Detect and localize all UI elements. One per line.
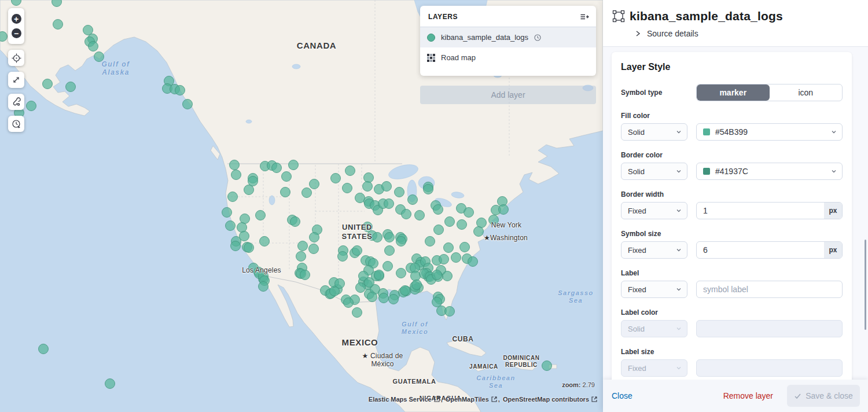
data-point[interactable] — [94, 52, 104, 62]
data-point[interactable] — [457, 220, 467, 230]
data-point[interactable] — [228, 192, 238, 202]
data-point[interactable] — [395, 187, 404, 197]
data-point[interactable] — [352, 308, 362, 318]
fill-color-picker[interactable]: #54B399 — [696, 123, 843, 141]
data-point[interactable] — [183, 100, 193, 109]
data-point[interactable] — [400, 286, 410, 296]
data-point[interactable] — [468, 257, 478, 267]
layer-row-road-map[interactable]: Road map — [420, 47, 596, 68]
data-point[interactable] — [396, 268, 406, 278]
data-point[interactable] — [412, 280, 422, 290]
data-point[interactable] — [389, 295, 399, 304]
data-point[interactable] — [382, 182, 392, 192]
data-point[interactable] — [355, 193, 365, 203]
data-point[interactable] — [231, 170, 241, 180]
border-width-input[interactable] — [697, 203, 824, 219]
tools-button[interactable] — [8, 94, 24, 110]
timeslider-button[interactable] — [8, 116, 24, 132]
data-point[interactable] — [542, 361, 552, 371]
data-point[interactable] — [331, 174, 341, 183]
data-point[interactable] — [408, 195, 418, 205]
data-point[interactable] — [0, 32, 8, 42]
data-point[interactable] — [244, 243, 254, 253]
data-point[interactable] — [444, 243, 454, 253]
data-point[interactable] — [477, 218, 487, 228]
data-point[interactable] — [310, 179, 319, 189]
data-point[interactable] — [310, 233, 319, 242]
data-point[interactable] — [367, 292, 377, 302]
add-layer-button[interactable]: Add layer — [420, 86, 596, 104]
data-point[interactable] — [464, 208, 474, 218]
data-point[interactable] — [445, 217, 455, 227]
data-point[interactable] — [309, 244, 319, 254]
data-point[interactable] — [272, 163, 282, 173]
data-point[interactable] — [281, 187, 290, 197]
data-point[interactable] — [344, 298, 354, 308]
data-point[interactable] — [499, 205, 509, 215]
zoom-in-icon[interactable]: + — [12, 14, 21, 24]
data-point[interactable] — [443, 271, 453, 281]
data-point[interactable] — [335, 279, 345, 289]
data-point[interactable] — [432, 270, 442, 280]
data-point[interactable] — [415, 211, 425, 220]
data-point[interactable] — [222, 208, 232, 218]
data-point[interactable] — [53, 20, 63, 30]
border-color-mode-select[interactable]: Solid — [621, 163, 687, 180]
data-point[interactable] — [424, 185, 433, 194]
data-point[interactable] — [352, 246, 362, 256]
data-point[interactable] — [356, 283, 366, 293]
data-point[interactable] — [27, 101, 36, 111]
data-point[interactable] — [345, 166, 355, 176]
data-point[interactable] — [175, 86, 185, 95]
data-point[interactable] — [383, 262, 393, 271]
attribution-link-openmaptiles[interactable]: OpenMapTiles — [446, 396, 489, 403]
data-point[interactable] — [66, 82, 76, 92]
map-canvas[interactable]: CANADAUNITED STATESMEXICOCUBAGUATEMALANI… — [0, 0, 603, 412]
remove-layer-button[interactable]: Remove layer — [723, 391, 773, 400]
data-point[interactable] — [260, 237, 270, 247]
data-point[interactable] — [374, 270, 384, 280]
data-point[interactable] — [237, 223, 247, 233]
data-point[interactable] — [363, 222, 373, 232]
symbol-type-icon-button[interactable]: icon — [770, 84, 843, 101]
data-point[interactable] — [385, 233, 395, 242]
data-point[interactable] — [248, 176, 258, 186]
data-point[interactable] — [363, 182, 373, 192]
data-point[interactable] — [244, 185, 254, 195]
data-point[interactable] — [439, 255, 449, 264]
data-point[interactable] — [338, 252, 348, 262]
layer-row-kibana-sample-data-logs[interactable]: kibana_sample_data_logs — [420, 27, 596, 47]
data-point[interactable] — [343, 183, 352, 193]
data-point[interactable] — [256, 211, 266, 220]
set-view-button[interactable] — [8, 50, 24, 66]
data-point[interactable] — [451, 253, 461, 263]
data-point[interactable] — [385, 246, 395, 256]
data-point[interactable] — [432, 297, 442, 307]
data-point[interactable] — [105, 379, 115, 389]
data-point[interactable] — [460, 242, 470, 252]
symbol-size-mode-select[interactable]: Fixed — [621, 241, 687, 259]
data-point[interactable] — [396, 237, 406, 247]
data-point[interactable] — [296, 252, 306, 262]
data-point[interactable] — [402, 209, 411, 219]
data-point[interactable] — [300, 270, 310, 280]
fit-to-bounds-button[interactable] — [8, 72, 24, 88]
border-color-picker[interactable]: #41937C — [696, 163, 843, 180]
data-point[interactable] — [379, 293, 389, 303]
data-point[interactable] — [226, 221, 236, 231]
data-point[interactable] — [259, 282, 269, 292]
data-point[interactable] — [43, 79, 53, 89]
attribution-link-elastic-maps-service[interactable]: Elastic Maps Service — [369, 396, 432, 403]
zoom-out-icon[interactable]: − — [12, 28, 21, 38]
collapse-panel-icon[interactable] — [580, 12, 589, 21]
data-point[interactable] — [445, 307, 455, 317]
fill-color-mode-select[interactable]: Solid — [621, 123, 687, 141]
data-point[interactable] — [231, 241, 241, 251]
data-point[interactable] — [289, 160, 299, 170]
flyout-scrollbar-thumb[interactable] — [865, 240, 866, 330]
data-point[interactable] — [230, 160, 240, 170]
data-point[interactable] — [434, 225, 444, 235]
data-point[interactable] — [282, 172, 292, 182]
symbol-size-input[interactable] — [697, 242, 824, 258]
data-point[interactable] — [474, 227, 484, 237]
